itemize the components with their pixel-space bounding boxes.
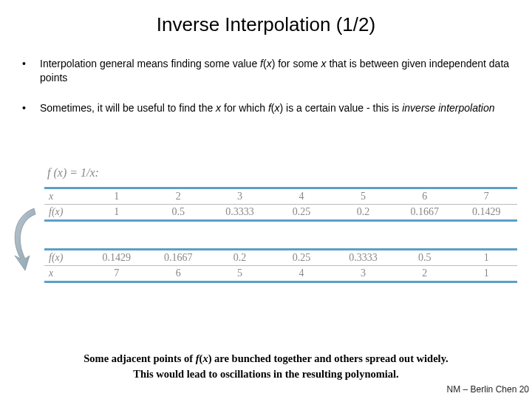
- cell: 1: [456, 267, 517, 279]
- function-label: f (x) = 1/x:: [47, 166, 517, 180]
- table-swapped: f(x) 0.1429 0.1667 0.2 0.25 0.3333 0.5 1…: [44, 248, 517, 283]
- cell: 5: [332, 191, 394, 202]
- cell: 3: [332, 267, 394, 279]
- cell: 0.2: [332, 206, 394, 218]
- slide-footer: NM – Berlin Chen 20: [447, 384, 529, 395]
- cell: 0.25: [270, 206, 332, 218]
- cell: 1: [456, 252, 517, 264]
- footnote-line: Some adjacent points of f(x) are bunched…: [0, 351, 532, 367]
- row-header: x: [44, 191, 86, 202]
- table-row: f(x) 1 0.5 0.3333 0.25 0.2 0.1667 0.1429: [44, 204, 517, 219]
- cell: 6: [147, 267, 208, 279]
- cell: 4: [270, 267, 332, 279]
- cell: 0.2: [209, 252, 270, 264]
- bullet-text: Sometimes, it will be useful to find the…: [40, 101, 511, 115]
- table-row: x 7 6 5 4 3 2 1: [44, 265, 517, 281]
- cell: 6: [394, 191, 455, 202]
- bullet-list: • Interpolation general means finding so…: [0, 57, 532, 115]
- row-header: x: [44, 267, 86, 279]
- bullet-item: • Interpolation general means finding so…: [21, 57, 511, 85]
- curved-arrow-icon: [7, 205, 41, 272]
- page-title: Inverse Interpolation (1/2): [0, 13, 532, 36]
- row-header: f(x): [44, 252, 86, 264]
- figure-area: f (x) = 1/x: x 1 2 3 4 5 6 7 f(x) 1 0.5 …: [44, 166, 517, 310]
- bullet-marker: •: [21, 57, 40, 85]
- bullet-text: Interpolation general means finding some…: [40, 57, 511, 85]
- cell: 5: [209, 267, 270, 279]
- cell: 0.3333: [209, 206, 270, 218]
- table-row: f(x) 0.1429 0.1667 0.2 0.25 0.3333 0.5 1: [44, 250, 517, 265]
- cell: 0.3333: [332, 252, 394, 264]
- cell: 0.1667: [394, 206, 455, 218]
- bullet-marker: •: [21, 101, 40, 115]
- footnote-block: Some adjacent points of f(x) are bunched…: [0, 351, 532, 383]
- cell: 1: [86, 191, 147, 202]
- cell: 0.5: [147, 206, 208, 218]
- bullet-item: • Sometimes, it will be useful to find t…: [21, 101, 511, 115]
- cell: 2: [394, 267, 455, 279]
- cell: 0.1429: [456, 206, 517, 218]
- cell: 7: [86, 267, 147, 279]
- cell: 0.5: [394, 252, 455, 264]
- table-row: x 1 2 3 4 5 6 7: [44, 189, 517, 204]
- table-original: x 1 2 3 4 5 6 7 f(x) 1 0.5 0.3333 0.25 0…: [44, 187, 517, 222]
- cell: 0.1667: [147, 252, 208, 264]
- row-header: f(x): [44, 206, 86, 218]
- cell: 0.25: [270, 252, 332, 264]
- footnote-line: This would lead to oscillations in the r…: [0, 366, 532, 383]
- cell: 7: [456, 191, 517, 202]
- cell: 0.1429: [86, 252, 147, 264]
- cell: 2: [147, 191, 208, 202]
- cell: 1: [86, 206, 147, 218]
- cell: 3: [209, 191, 270, 202]
- cell: 4: [270, 191, 332, 202]
